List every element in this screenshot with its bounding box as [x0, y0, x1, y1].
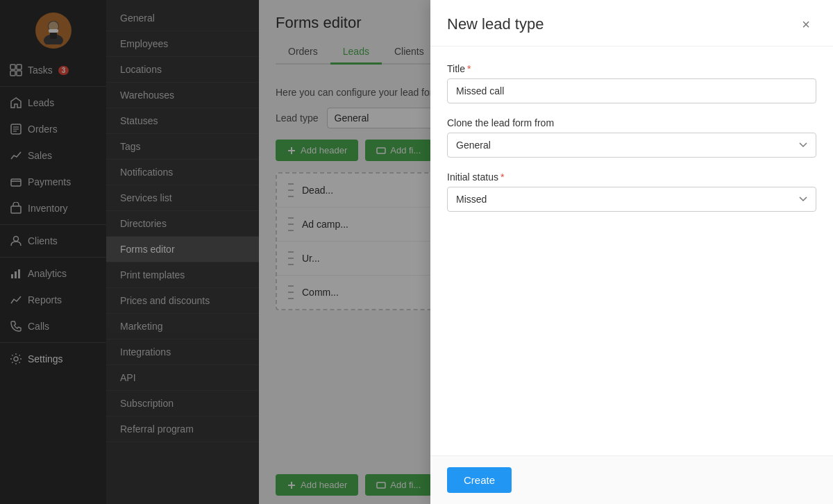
modal-close-button[interactable]: × [796, 14, 816, 35]
modal-title: New lead type [447, 15, 544, 33]
status-field-label: Initial status * [447, 171, 816, 183]
title-input[interactable] [447, 78, 816, 103]
required-star: * [467, 63, 471, 74]
create-button[interactable]: Create [447, 467, 512, 493]
modal-header: New lead type × [430, 0, 833, 47]
status-field-select[interactable]: Missed New In Progress Closed [447, 187, 816, 212]
modal-new-lead-type: New lead type × Title * Clone the lead f… [430, 0, 833, 504]
clone-field-label: Clone the lead form from [447, 117, 816, 128]
clone-field-group: Clone the lead form from General Custom … [447, 117, 816, 158]
modal-body: Title * Clone the lead form from General… [430, 47, 833, 455]
title-field-group: Title * [447, 63, 816, 103]
modal-footer: Create [430, 455, 833, 504]
required-star-status: * [500, 171, 504, 183]
title-field-label: Title * [447, 63, 816, 74]
modal-overlay[interactable]: New lead type × Title * Clone the lead f… [0, 0, 833, 504]
status-field-group: Initial status * Missed New In Progress … [447, 171, 816, 212]
clone-field-select[interactable]: General Custom 1 Custom 2 [447, 133, 816, 158]
